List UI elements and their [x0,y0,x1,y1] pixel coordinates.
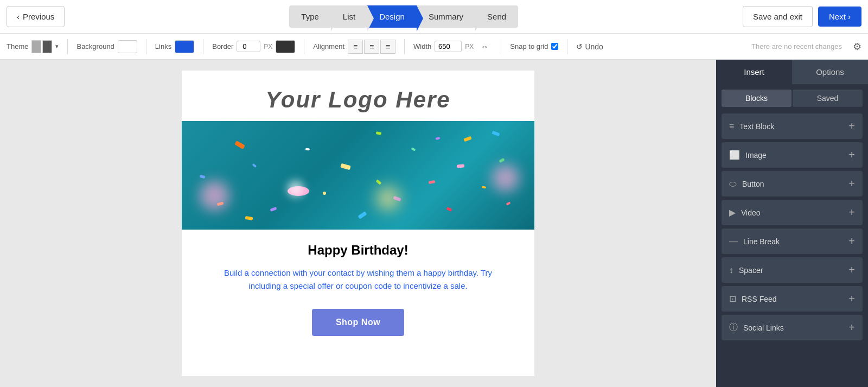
insert-item-social-links[interactable]: ⓘ Social Links + [722,315,863,340]
align-left-button[interactable]: ≡ [348,40,363,54]
spacer-icon: ↕ [729,265,733,275]
text-block-icon: ≡ [729,122,734,131]
divider-3 [203,39,203,54]
align-center-button[interactable]: ≡ [364,40,379,54]
insert-item-spacer[interactable]: ↕ Spacer + [722,257,863,283]
theme-dropdown-arrow[interactable]: ▾ [55,43,59,50]
border-input[interactable] [237,41,260,52]
main-layout: Your Logo Here Happy Birthday! Build a c… [0,60,868,387]
step-design[interactable]: Design [367,5,417,28]
insert-item-label: RSS Feed [742,295,777,303]
width-group: Width PX ↔ [413,40,492,54]
subtab-blocks[interactable]: Blocks [722,90,792,107]
insert-item-left: ≡ Text Block [729,122,774,131]
divider-1 [67,39,68,54]
insert-add-icon[interactable]: + [848,293,855,305]
links-label: Links [155,42,171,50]
insert-item-button[interactable]: ⬭ Button + [722,171,863,196]
width-unit: PX [465,43,474,50]
insert-item-video[interactable]: ▶ Video + [722,200,863,225]
panel-tabs: Insert Options [716,60,868,84]
no-changes-text: There are no recent changes [610,42,846,50]
insert-add-icon[interactable]: + [848,177,855,190]
insert-item-label: Text Block [739,122,774,131]
shop-now-button[interactable]: Shop Now [312,309,404,336]
insert-item-line-break[interactable]: — Line Break + [722,229,863,254]
border-unit: PX [264,43,272,50]
insert-item-image[interactable]: ⬜ Image + [722,142,863,168]
background-label: Background [76,42,114,50]
insert-add-icon[interactable]: + [848,206,855,219]
insert-item-label: Video [741,208,761,217]
theme-label: Theme [7,42,28,50]
insert-add-icon[interactable]: + [848,235,855,248]
border-group: Border PX [212,40,295,53]
panel-content: Blocks Saved ≡ Text Block + ⬜ Image + ⬭ … [716,84,868,387]
chevron-left-icon: ‹ [17,12,20,21]
theme-swatch[interactable] [31,40,52,53]
undo-button[interactable]: ↺ Undo [576,42,603,51]
social-links-icon: ⓘ [729,322,738,333]
email-canvas: Your Logo Here Happy Birthday! Build a c… [182,71,534,376]
right-panel: Insert Options Blocks Saved ≡ Text Block… [716,60,868,387]
insert-item-rss-feed[interactable]: ⊡ RSS Feed + [722,286,863,312]
next-button[interactable]: Next › [818,7,861,27]
birthday-desc: Build a connection with your contact by … [182,267,534,303]
logo-text: Your Logo Here [193,87,524,113]
step-type[interactable]: Type [289,5,331,28]
insert-item-left: ↕ Spacer [729,265,763,275]
step-summary[interactable]: Summary [417,5,475,28]
previous-button[interactable]: ‹ Previous [7,6,65,27]
save-exit-label: Save and exit [753,12,802,21]
video-icon: ▶ [729,207,736,218]
insert-add-icon[interactable]: + [848,120,855,132]
insert-item-left: ⊡ RSS Feed [729,294,777,304]
insert-item-left: ⬭ Button [729,179,764,189]
undo-label: Undo [585,42,603,51]
tab-options[interactable]: Options [792,60,868,84]
shop-btn-wrap: Shop Now [182,303,534,352]
alignment-group: Alignment ≡ ≡ ≡ [313,40,395,54]
divider-7 [567,39,567,54]
expand-width-button[interactable]: ↔ [477,40,492,54]
hero-image [182,121,534,230]
tab-insert-label: Insert [744,67,764,77]
save-exit-button[interactable]: Save and exit [743,6,813,27]
canvas-area: Your Logo Here Happy Birthday! Build a c… [0,60,716,387]
alignment-label: Alignment [313,42,344,50]
nav-left: ‹ Previous [7,6,65,27]
links-color-swatch[interactable] [175,40,194,53]
divider-4 [304,39,304,54]
insert-add-icon[interactable]: + [848,321,855,334]
settings-icon[interactable]: ⚙ [853,41,861,53]
snap-label: Snap to grid [510,42,548,50]
divider-2 [146,39,146,54]
snap-checkbox[interactable] [551,43,558,50]
background-group: Background [76,40,137,53]
tab-insert[interactable]: Insert [716,60,792,84]
align-right-button[interactable]: ≡ [380,40,395,54]
width-input[interactable] [435,41,462,52]
background-color-swatch[interactable] [118,40,137,53]
border-color-swatch[interactable] [276,40,295,53]
divider-6 [501,39,501,54]
top-nav: ‹ Previous TypeListDesignSummarySend Sav… [0,0,868,34]
subtab-saved-label: Saved [817,94,839,103]
logo-area: Your Logo Here [182,71,534,121]
subtab-saved[interactable]: Saved [793,90,863,107]
insert-item-left: ⓘ Social Links [729,322,784,333]
insert-item-left: — Line Break [729,237,780,246]
border-label: Border [212,42,233,50]
insert-item-label: Spacer [739,266,763,275]
insert-items-list: ≡ Text Block + ⬜ Image + ⬭ Button + ▶ Vi… [722,113,863,340]
insert-add-icon[interactable]: + [848,149,855,161]
insert-add-icon[interactable]: + [848,264,855,276]
insert-item-left: ▶ Video [729,207,761,218]
birthday-title: Happy Birthday! [182,230,534,267]
subtab-blocks-label: Blocks [745,94,768,103]
nav-right: Save and exit Next › [743,6,861,27]
links-group: Links [155,40,194,53]
nav-steps: TypeListDesignSummarySend [289,5,518,28]
previous-label: Previous [23,12,54,21]
insert-item-text-block[interactable]: ≡ Text Block + [722,113,863,139]
